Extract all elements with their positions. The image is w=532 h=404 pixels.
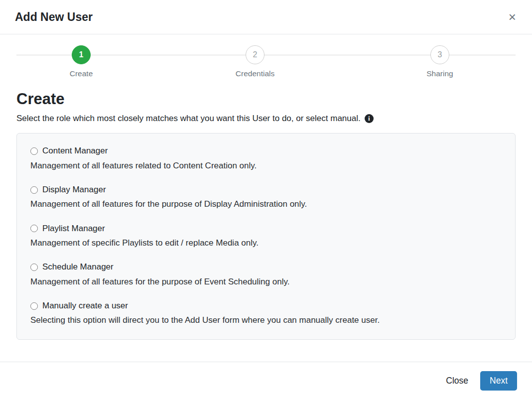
close-button[interactable]: Close — [441, 372, 473, 390]
step-create[interactable]: 1 Create — [36, 45, 126, 78]
step-credentials[interactable]: 2 Credentials — [210, 45, 300, 78]
wizard-stepper: 1 Create 2 Credentials 3 Sharing — [0, 34, 532, 85]
step-sharing[interactable]: 3 Sharing — [395, 45, 485, 78]
playlist-manager-radio[interactable] — [30, 225, 38, 232]
option-description: Management of all features for the purpo… — [30, 198, 502, 211]
option-display-manager-radio-row[interactable]: Display Manager — [30, 183, 502, 196]
option-label: Manually create a user — [42, 299, 128, 312]
display-manager-radio[interactable] — [30, 186, 38, 194]
option-schedule-manager-radio-row[interactable]: Schedule Manager — [30, 261, 502, 273]
page-title: Create — [16, 90, 516, 108]
option-manual-create: Manually create a user Selecting this op… — [30, 299, 502, 327]
close-icon[interactable]: × — [508, 10, 517, 23]
step-create-circle: 1 — [72, 45, 91, 64]
manual-create-radio[interactable] — [30, 302, 38, 310]
option-playlist-manager-radio-row[interactable]: Playlist Manager — [30, 222, 502, 235]
option-label: Display Manager — [42, 183, 106, 196]
option-label: Schedule Manager — [42, 261, 114, 273]
option-description: Management of all features for the purpo… — [30, 275, 502, 288]
role-options-panel: Content Manager Management of all featur… — [16, 133, 516, 339]
modal-header: Add New User × — [0, 0, 532, 34]
option-playlist-manager: Playlist Manager Management of specific … — [30, 222, 502, 250]
add-new-user-modal: Add New User × 1 Create 2 Credentials 3 … — [0, 0, 532, 391]
modal-footer: Close Next — [0, 362, 532, 391]
option-label: Playlist Manager — [42, 222, 105, 235]
info-icon[interactable]: i — [365, 114, 374, 123]
modal-title: Add New User — [15, 10, 93, 24]
subtitle-text: Select the role which most closely match… — [16, 114, 361, 124]
next-button[interactable]: Next — [480, 371, 517, 391]
modal-body: Create Select the role which most closel… — [0, 90, 532, 340]
content-manager-radio[interactable] — [30, 147, 38, 155]
step-sharing-label: Sharing — [395, 69, 485, 78]
schedule-manager-radio[interactable] — [30, 264, 38, 271]
step-credentials-circle: 2 — [246, 45, 265, 64]
subtitle-row: Select the role which most closely match… — [16, 114, 516, 124]
option-description: Management of specific Playlists to edit… — [30, 237, 502, 250]
option-description: Selecting this option will direct you to… — [30, 314, 502, 327]
option-content-manager: Content Manager Management of all featur… — [30, 144, 502, 172]
option-display-manager: Display Manager Management of all featur… — [30, 183, 502, 211]
option-label: Content Manager — [42, 144, 108, 157]
option-content-manager-radio-row[interactable]: Content Manager — [30, 144, 502, 157]
step-create-label: Create — [36, 69, 126, 78]
step-credentials-label: Credentials — [210, 69, 300, 78]
option-manual-create-radio-row[interactable]: Manually create a user — [30, 299, 502, 312]
step-sharing-circle: 3 — [430, 45, 449, 64]
option-description: Management of all features related to Co… — [30, 159, 502, 172]
option-schedule-manager: Schedule Manager Management of all featu… — [30, 261, 502, 288]
